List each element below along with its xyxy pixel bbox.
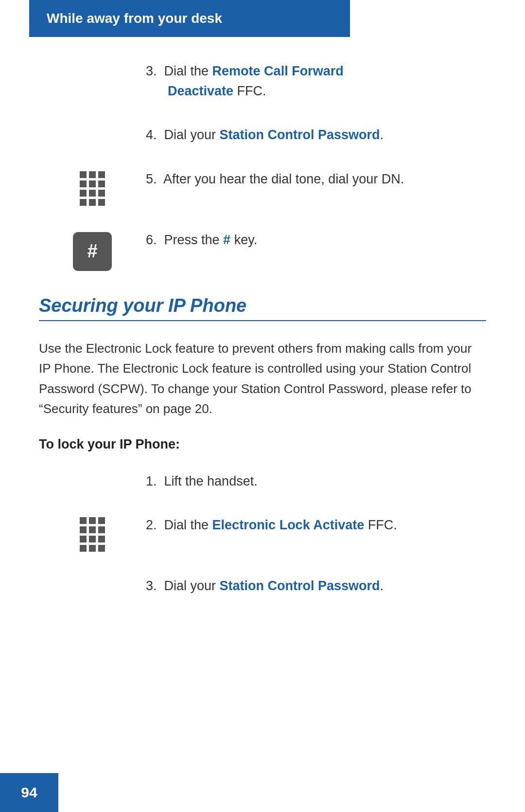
lock-step-number-3: 3. bbox=[146, 578, 164, 593]
step-text-6: 6. Press the # key. bbox=[146, 230, 486, 250]
header-bar: While away from your desk bbox=[29, 0, 350, 37]
lock-step-icon-3 bbox=[39, 576, 146, 578]
lock-step-text-1: 1. Lift the handset. bbox=[146, 471, 486, 491]
page-footer: 94 bbox=[0, 773, 58, 812]
step-row-3: 3. Dial the Remote Call Forward Deactiva… bbox=[39, 61, 486, 101]
lock-step-row-3: 3. Dial your Station Control Password. bbox=[39, 576, 486, 596]
step-icon-5-keypad bbox=[39, 169, 146, 206]
step-number-6: 6. bbox=[146, 233, 164, 247]
lock-step-row-2: 2. Dial the Electronic Lock Activate FFC… bbox=[39, 515, 486, 552]
section-divider bbox=[39, 320, 486, 321]
step-row-5: 5. After you hear the dial tone, dial yo… bbox=[39, 169, 486, 206]
step-icon-3 bbox=[39, 61, 146, 63]
lock-step-text-2: 2. Dial the Electronic Lock Activate FFC… bbox=[146, 515, 486, 535]
main-content: 3. Dial the Remote Call Forward Deactiva… bbox=[0, 37, 525, 659]
step-row-6: # 6. Press the # key. bbox=[39, 230, 486, 271]
keypad-icon bbox=[80, 171, 105, 206]
step-text-4: 4. Dial your Station Control Password. bbox=[146, 125, 486, 145]
keypad-icon-2 bbox=[80, 517, 105, 552]
step-number-5: 5. bbox=[146, 172, 163, 186]
lock-step-text-3: 3. Dial your Station Control Password. bbox=[146, 576, 486, 596]
station-control-password-link-4: Station Control Password bbox=[220, 127, 380, 142]
lock-step-icon-1 bbox=[39, 471, 146, 473]
electronic-lock-activate-link: Electronic Lock Activate bbox=[212, 518, 365, 532]
page-number: 94 bbox=[21, 784, 37, 801]
header-title: While away from your desk bbox=[47, 11, 222, 26]
station-control-password-link-3: Station Control Password bbox=[220, 578, 380, 593]
step-row-4: 4. Dial your Station Control Password. bbox=[39, 125, 486, 145]
lock-step-number-1: 1. bbox=[146, 474, 164, 488]
step-number-4: 4. bbox=[146, 127, 164, 142]
step-icon-4 bbox=[39, 125, 146, 127]
step-text-3: 3. Dial the Remote Call Forward Deactiva… bbox=[146, 61, 486, 101]
lock-step-icon-2-keypad bbox=[39, 515, 146, 552]
section-description: Use the Electronic Lock feature to preve… bbox=[39, 339, 486, 419]
lock-step-row-1: 1. Lift the handset. bbox=[39, 471, 486, 491]
section-title: Securing your IP Phone bbox=[39, 295, 486, 316]
securing-section: Securing your IP Phone Use the Electroni… bbox=[39, 295, 486, 452]
remote-call-forward-link: Remote Call Forward Deactivate bbox=[146, 64, 344, 98]
hash-key-icon: # bbox=[73, 232, 112, 271]
to-lock-label: To lock your IP Phone: bbox=[39, 437, 486, 452]
lock-step-number-2: 2. bbox=[146, 518, 164, 532]
step-icon-6-hash: # bbox=[39, 230, 146, 271]
step-text-5: 5. After you hear the dial tone, dial yo… bbox=[146, 169, 486, 189]
step-number-3: 3. bbox=[146, 64, 164, 78]
hash-key-link: # bbox=[223, 233, 230, 247]
